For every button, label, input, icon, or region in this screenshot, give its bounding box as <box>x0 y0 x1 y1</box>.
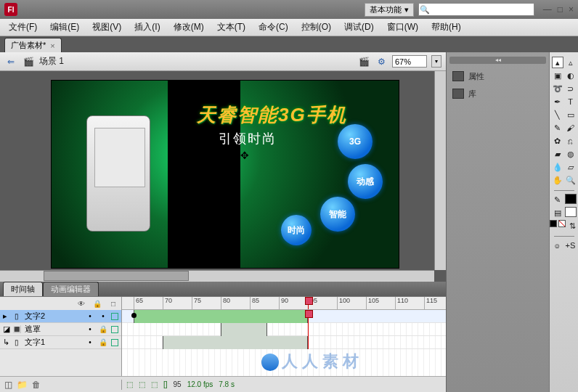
track-row[interactable] <box>122 336 446 349</box>
text-tool[interactable]: T <box>565 96 577 107</box>
fill-swatch[interactable] <box>565 207 577 217</box>
document-tab[interactable]: 广告素材* × <box>4 38 62 52</box>
panel-label: 属性 <box>468 71 484 82</box>
search-field-wrap: 🔍 <box>418 3 534 16</box>
fps-display: 12.0 fps <box>187 380 213 388</box>
eyedropper-tool[interactable]: 💧 <box>552 161 563 173</box>
visibility-icon[interactable]: 👁 <box>76 300 86 308</box>
panel-library[interactable]: 库 <box>449 86 546 102</box>
zoom-tool[interactable]: 🔍 <box>565 174 577 186</box>
layer-outline-swatch[interactable] <box>111 326 118 333</box>
new-folder-button[interactable]: 📁 <box>17 380 28 390</box>
layer-lock-dot[interactable]: 🔒 <box>98 338 108 346</box>
stage-hscrollbar[interactable] <box>0 270 434 282</box>
track-row[interactable] <box>122 323 446 336</box>
timeline-panel: 👁 🔒 □ 65707580859095100105110115 ▸▯文字2••… <box>0 296 446 392</box>
workspace-switcher[interactable]: 基本功能 ▾ <box>365 3 414 17</box>
playhead[interactable] <box>308 297 309 309</box>
smooth-button[interactable]: +S <box>565 240 577 251</box>
outline-icon[interactable]: □ <box>108 300 118 308</box>
menu-window[interactable]: 窗口(W) <box>381 20 424 35</box>
edit-multiple-frames-button[interactable]: ⬚ <box>151 380 158 388</box>
rectangle-tool[interactable]: ▭ <box>565 109 577 121</box>
layer-lock-dot[interactable]: 🔒 <box>98 325 108 333</box>
bubble-3g: 3G <box>338 124 373 159</box>
default-colors-button[interactable] <box>550 220 557 227</box>
maximize-button[interactable]: □ <box>558 4 563 15</box>
layer-visibility-dot[interactable]: • <box>85 325 95 333</box>
minimize-button[interactable]: — <box>543 4 552 15</box>
bubble-dong-gan: 动感 <box>348 164 383 199</box>
layer-row[interactable]: ◪🔳遮罩•🔒 <box>0 323 121 336</box>
onion-skin-button[interactable]: ⬚ <box>126 380 133 388</box>
menu-file[interactable]: 文件(F) <box>3 20 43 35</box>
swap-colors-button[interactable]: ⇅ <box>567 220 579 232</box>
3d-rotation-tool[interactable]: ◐ <box>565 70 577 81</box>
layer-visibility-dot[interactable]: • <box>85 312 95 320</box>
free-transform-tool[interactable]: ▣ <box>552 70 563 81</box>
layer-outline-swatch[interactable] <box>111 313 118 320</box>
ink-bottle-tool[interactable]: ◍ <box>565 148 577 160</box>
bone-tool[interactable]: ⎌ <box>565 135 577 147</box>
lasso-magnet-tool[interactable]: ⊃ <box>565 83 577 94</box>
chevron-down-icon: ▾ <box>404 5 409 15</box>
line-tool[interactable]: ╲ <box>552 109 563 121</box>
zoom-dropdown-icon[interactable]: ▾ <box>431 55 441 68</box>
selection-tool[interactable]: ▴ <box>552 57 563 68</box>
brush-tool[interactable]: 🖌 <box>565 122 577 134</box>
lasso-tool[interactable]: ➰ <box>552 83 563 94</box>
panel-properties[interactable]: 属性 <box>449 68 546 84</box>
ruler-tick: 80 <box>221 297 230 309</box>
close-tab-icon[interactable]: × <box>50 41 54 50</box>
stage-vscrollbar[interactable] <box>434 71 446 270</box>
close-button[interactable]: × <box>569 4 574 15</box>
paint-bucket-tool[interactable]: ▰ <box>552 148 563 160</box>
layer-row[interactable]: ↳▯文字1•🔒 <box>0 336 121 349</box>
tab-timeline[interactable]: 时间轴 <box>3 282 43 296</box>
subselection-tool[interactable]: ▵ <box>565 57 577 68</box>
delete-layer-button[interactable]: 🗑 <box>32 380 41 390</box>
playhead[interactable] <box>308 310 309 349</box>
eraser-tool[interactable]: ▱ <box>565 161 577 173</box>
track-row[interactable] <box>122 310 446 323</box>
menu-modify[interactable]: 修改(M) <box>168 20 210 35</box>
search-icon: 🔍 <box>419 5 431 15</box>
layer-row[interactable]: ▸▯文字2•• <box>0 310 121 323</box>
hand-tool[interactable]: ✋ <box>552 174 563 186</box>
menu-commands[interactable]: 命令(C) <box>253 20 294 35</box>
stage-canvas[interactable]: 天睿智能3G手机 引领时尚 3G 动感 智能 时尚 ✥ <box>51 80 399 269</box>
stroke-swatch[interactable] <box>565 194 577 204</box>
ruler-tick: 115 <box>424 297 437 309</box>
menu-edit[interactable]: 编辑(E) <box>44 20 85 35</box>
edit-scene-button[interactable]: 🎬 <box>357 55 370 68</box>
tab-motion-editor[interactable]: 动画编辑器 <box>43 282 99 296</box>
deco-tool[interactable]: ✿ <box>552 135 563 147</box>
menu-text[interactable]: 文本(T) <box>211 20 251 35</box>
bubble-shi-shang: 时尚 <box>281 215 312 245</box>
layer-outline-swatch[interactable] <box>111 339 118 346</box>
menu-debug[interactable]: 调试(D) <box>338 20 380 35</box>
snap-to-objects-button[interactable]: ⌾ <box>552 240 563 251</box>
layer-visibility-dot[interactable]: • <box>85 338 95 346</box>
modify-markers-button[interactable]: [] <box>163 380 168 388</box>
panel-collapse-button[interactable]: ◂◂ <box>449 57 546 64</box>
back-arrow-icon[interactable]: ⇐ <box>4 55 17 68</box>
new-layer-button[interactable]: ◫ <box>4 380 12 390</box>
pencil-tool[interactable]: ✎ <box>552 122 563 134</box>
menu-help[interactable]: 帮助(H) <box>426 20 467 35</box>
menu-view[interactable]: 视图(V) <box>86 20 127 35</box>
layer-icon: ▯ <box>12 338 22 346</box>
menu-insert[interactable]: 插入(I) <box>129 20 166 35</box>
lock-icon[interactable]: 🔒 <box>92 300 102 308</box>
no-color-button[interactable] <box>558 220 566 227</box>
tracks-area[interactable]: 人 人 素 材 <box>122 310 446 376</box>
search-input[interactable] <box>431 5 534 14</box>
zoom-input[interactable] <box>392 55 427 68</box>
edit-symbol-button[interactable]: ⚙ <box>375 55 388 68</box>
menu-control[interactable]: 控制(O) <box>296 20 337 35</box>
frame-ruler[interactable]: 65707580859095100105110115 <box>122 297 446 309</box>
pen-tool[interactable]: ✒ <box>552 96 563 107</box>
onion-skin-outlines-button[interactable]: ⬚ <box>139 380 145 388</box>
layer-lock-dot[interactable]: • <box>98 312 108 320</box>
ruler-tick: 65 <box>134 297 143 309</box>
